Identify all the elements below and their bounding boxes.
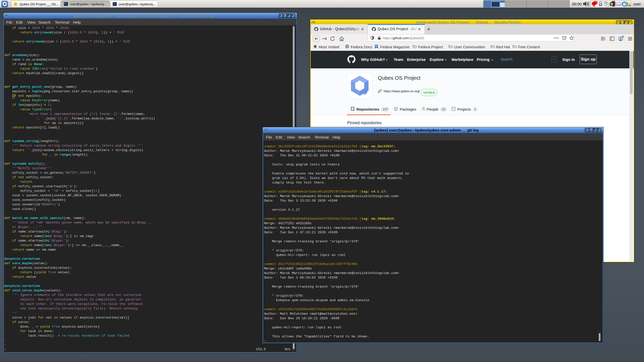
svg-text:FM: FM xyxy=(375,45,378,47)
svg-text:0: 0 xyxy=(630,5,630,7)
svg-text:0: 0 xyxy=(629,5,629,7)
